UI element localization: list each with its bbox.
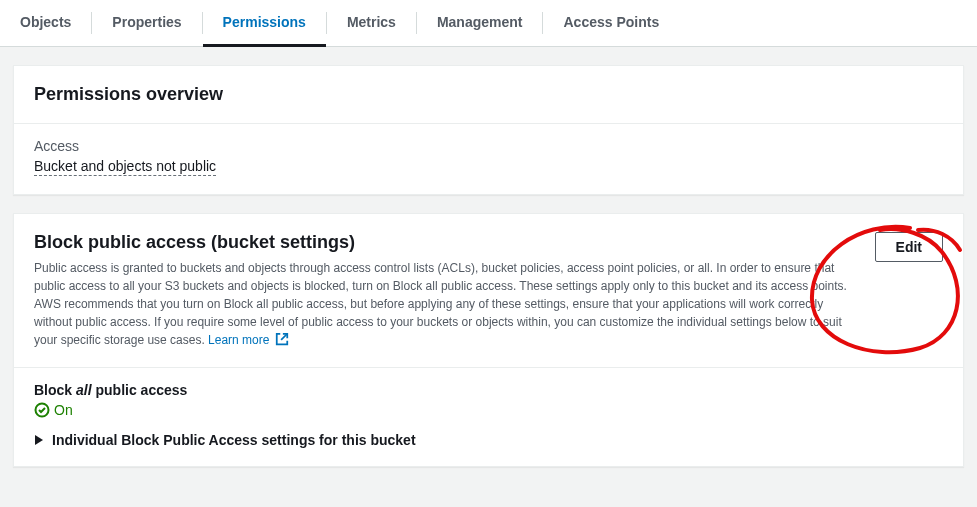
individual-settings-toggle[interactable]: Individual Block Public Access settings … (34, 432, 943, 448)
success-check-icon (34, 402, 50, 418)
tab-objects[interactable]: Objects (0, 0, 91, 46)
panel-body: Access Bucket and objects not public (14, 124, 963, 194)
block-public-access-panel: Block public access (bucket settings) Pu… (13, 213, 964, 467)
external-link-icon (275, 332, 289, 346)
status-on-label: On (54, 402, 73, 418)
tab-metrics[interactable]: Metrics (327, 0, 416, 46)
tab-properties[interactable]: Properties (92, 0, 201, 46)
block-all-public-access-heading: Block all public access (34, 382, 943, 398)
learn-more-link[interactable]: Learn more (208, 333, 289, 347)
panel-description: Public access is granted to buckets and … (34, 259, 855, 349)
tab-permissions[interactable]: Permissions (203, 0, 326, 47)
tab-access-points[interactable]: Access Points (543, 0, 679, 46)
panel-title: Block public access (bucket settings) (34, 232, 855, 253)
individual-settings-label: Individual Block Public Access settings … (52, 432, 416, 448)
permissions-overview-panel: Permissions overview Access Bucket and o… (13, 65, 964, 195)
panel-header: Permissions overview (14, 66, 963, 124)
edit-button[interactable]: Edit (875, 232, 943, 262)
panel-title: Permissions overview (34, 84, 943, 105)
panel-header: Block public access (bucket settings) Pu… (14, 214, 963, 368)
block-all-status: On (34, 402, 943, 418)
tab-bar: Objects Properties Permissions Metrics M… (0, 0, 977, 47)
access-label: Access (34, 138, 943, 154)
panel-body: Block all public access On Individual Bl… (14, 368, 963, 466)
caret-right-icon (34, 434, 44, 446)
access-value: Bucket and objects not public (34, 158, 216, 176)
tab-management[interactable]: Management (417, 0, 543, 46)
